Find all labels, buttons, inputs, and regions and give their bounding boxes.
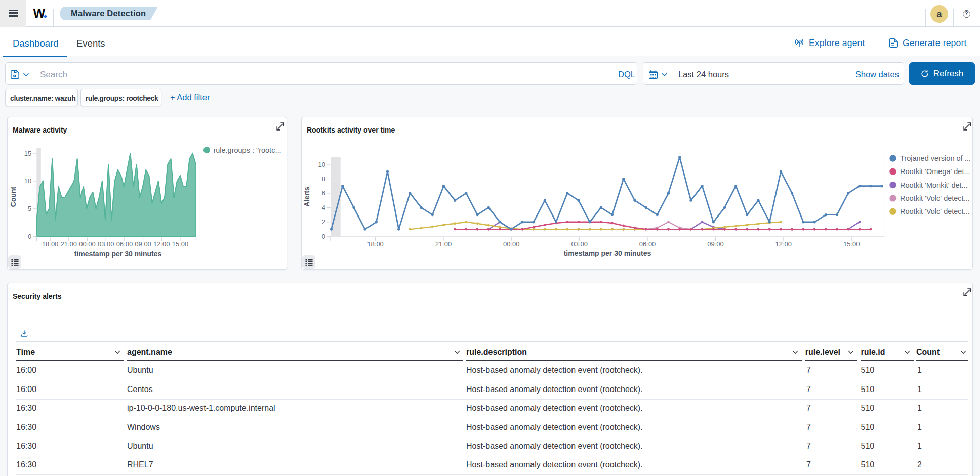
svg-text:Rootkit 'Volc' detect...: Rootkit 'Volc' detect...	[900, 194, 970, 202]
svg-text:15:00: 15:00	[843, 240, 860, 248]
svg-text:timestamp per 30 minutes: timestamp per 30 minutes	[74, 250, 162, 258]
svg-text:0: 0	[322, 233, 325, 240]
svg-text:6: 6	[322, 189, 325, 197]
svg-text:15:00: 15:00	[172, 240, 189, 248]
svg-text:Trojaned version of ...: Trojaned version of ...	[900, 154, 971, 162]
svg-text:timestamp per 30 minutes: timestamp per 30 minutes	[564, 249, 651, 257]
svg-text:Rootkit 'Monkit' det...: Rootkit 'Monkit' det...	[900, 181, 968, 189]
svg-text:00:00: 00:00	[79, 240, 96, 248]
svg-text:03:00: 03:00	[571, 240, 588, 248]
svg-text:Rootkit 'Volc' detect...: Rootkit 'Volc' detect...	[900, 207, 970, 215]
svg-text:09:00: 09:00	[135, 240, 151, 248]
svg-text:03:00: 03:00	[98, 240, 114, 248]
svg-text:12:00: 12:00	[153, 240, 170, 248]
svg-text:12:00: 12:00	[775, 240, 792, 248]
svg-text:00:00: 00:00	[503, 240, 520, 248]
svg-text:06:00: 06:00	[116, 240, 133, 248]
svg-text:10: 10	[318, 161, 325, 168]
svg-text:0: 0	[28, 233, 31, 240]
svg-text:10: 10	[24, 177, 31, 185]
svg-text:4: 4	[322, 204, 325, 211]
svg-text:8: 8	[322, 175, 325, 183]
svg-text:18:00: 18:00	[367, 240, 384, 248]
svg-text:Alerts: Alerts	[303, 187, 311, 207]
svg-text:15: 15	[24, 150, 31, 157]
svg-text:2: 2	[322, 218, 325, 226]
svg-text:rule.groups : "rootc...: rule.groups : "rootc...	[213, 146, 281, 154]
svg-text:21:00: 21:00	[435, 240, 452, 248]
svg-text:21:00: 21:00	[61, 240, 77, 248]
svg-text:Rootkit 'Omega' det...: Rootkit 'Omega' det...	[900, 167, 970, 176]
svg-text:18:00: 18:00	[42, 240, 59, 248]
svg-text:06:00: 06:00	[639, 240, 656, 248]
svg-text:5: 5	[28, 205, 31, 212]
svg-text:Count: Count	[9, 186, 17, 207]
svg-text:09:00: 09:00	[707, 240, 724, 248]
